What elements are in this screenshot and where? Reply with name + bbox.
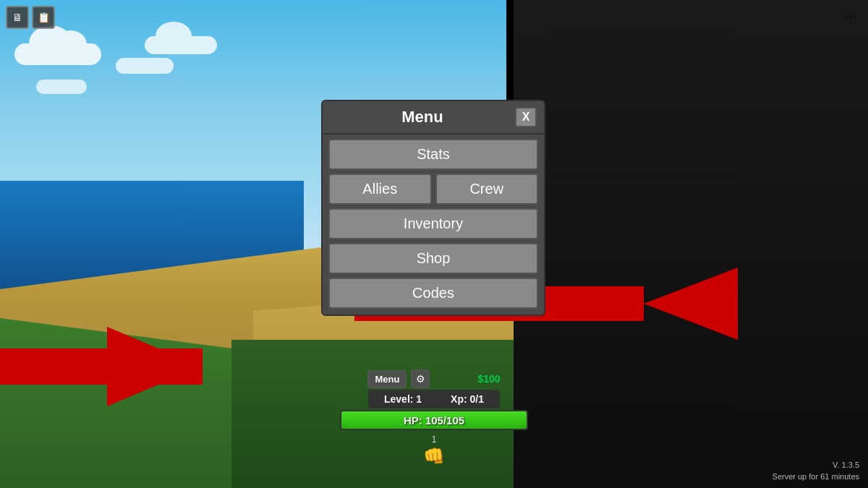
top-left-icons: 🖥 📋 <box>6 6 55 29</box>
allies-button[interactable]: Allies <box>328 174 432 205</box>
cloud-2 <box>145 36 217 54</box>
slot-number: 1 <box>432 435 437 445</box>
crew-button[interactable]: Crew <box>435 174 539 205</box>
bottom-hud: Menu ⚙ $100 Level: 1 Xp: 0/1 HP: 105/105 <box>340 369 528 430</box>
level-display: Level: 1 <box>384 393 422 405</box>
menu-close-button[interactable]: X <box>515 107 537 127</box>
version-info: V. 1.3.5 Server up for 61 minutes <box>773 460 859 482</box>
menu-small-button[interactable]: Menu <box>367 370 407 388</box>
gear-icon: ⚙ <box>416 373 425 385</box>
menu-panel: Menu X Stats Allies Crew Inventory Shop … <box>321 100 545 316</box>
gear-button[interactable]: ⚙ <box>411 369 430 388</box>
slot-icon: 👊 <box>423 446 445 466</box>
money-display: $100 <box>477 373 500 385</box>
hud-stats-row: Level: 1 Xp: 0/1 <box>368 390 500 408</box>
left-arrow <box>107 327 201 406</box>
right-arrow <box>644 267 738 340</box>
menu-body: Stats Allies Crew Inventory Shop Codes <box>323 134 544 314</box>
version-number: V. 1.3.5 <box>773 460 859 471</box>
clipboard-icon[interactable]: 📋 <box>32 6 55 29</box>
xp-display: Xp: 0/1 <box>451 393 484 405</box>
allies-crew-row: Allies Crew <box>328 174 538 205</box>
item-slot: 1 👊 <box>423 435 445 466</box>
dark-wall <box>514 0 868 488</box>
menu-header: Menu X <box>323 101 544 134</box>
hp-bar-container: HP: 105/105 <box>340 410 528 430</box>
codes-button[interactable]: Codes <box>328 278 538 309</box>
cloud-1 <box>14 43 101 65</box>
hud-top-row: Menu ⚙ $100 <box>367 369 500 388</box>
hp-bar-text: HP: 105/105 <box>341 411 527 429</box>
inventory-button[interactable]: Inventory <box>328 208 538 239</box>
cloud-4 <box>36 80 87 94</box>
stats-button[interactable]: Stats <box>328 139 538 170</box>
more-options-button[interactable]: ... <box>844 7 859 22</box>
cloud-3 <box>116 58 174 74</box>
shop-button[interactable]: Shop <box>328 243 538 274</box>
monitor-icon[interactable]: 🖥 <box>6 6 29 29</box>
menu-title: Menu <box>330 108 515 127</box>
server-uptime: Server up for 61 minutes <box>773 471 859 482</box>
